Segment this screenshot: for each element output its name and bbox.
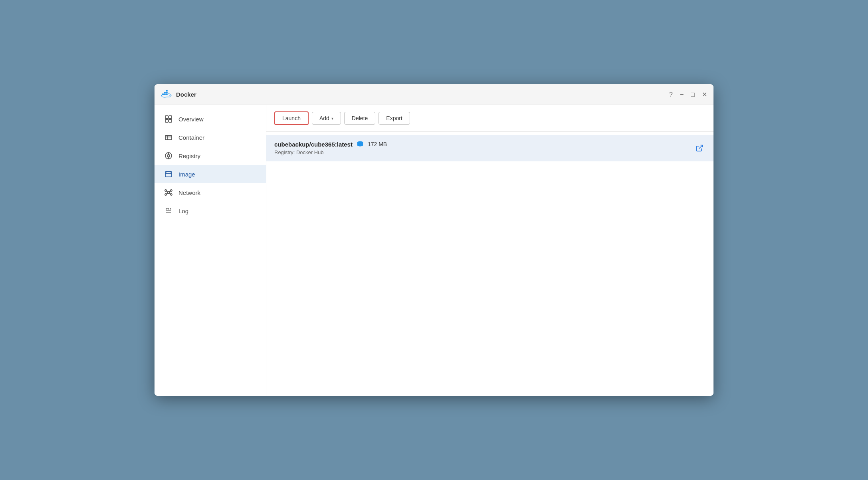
svg-rect-2 bbox=[166, 93, 168, 95]
sidebar-item-network-label: Network bbox=[178, 189, 200, 196]
titlebar: Docker ? − □ ✕ bbox=[155, 84, 713, 105]
sidebar-item-overview[interactable]: Overview bbox=[155, 110, 266, 128]
svg-point-23 bbox=[165, 190, 166, 191]
svg-rect-1 bbox=[164, 93, 166, 95]
svg-rect-7 bbox=[165, 116, 168, 119]
chevron-down-icon: ▾ bbox=[331, 116, 333, 121]
image-registry: Registry: Docker Hub bbox=[274, 149, 694, 155]
app-title: Docker bbox=[176, 91, 669, 98]
image-item-name: cubebackup/cube365:latest 172 MB bbox=[274, 141, 694, 148]
sidebar-item-container[interactable]: Container bbox=[155, 128, 266, 147]
svg-rect-8 bbox=[169, 116, 172, 119]
export-button[interactable]: Export bbox=[379, 112, 410, 125]
sidebar-item-registry-label: Registry bbox=[178, 153, 200, 159]
svg-point-36 bbox=[170, 208, 171, 210]
image-item[interactable]: cubebackup/cube365:latest 172 MB Registr bbox=[266, 135, 713, 161]
svg-point-15 bbox=[167, 155, 170, 157]
sidebar-item-image-label: Image bbox=[178, 171, 195, 178]
minimize-button[interactable]: − bbox=[680, 91, 684, 98]
delete-button[interactable]: Delete bbox=[344, 112, 375, 125]
sidebar: Overview Container bbox=[155, 105, 266, 396]
svg-line-27 bbox=[166, 191, 167, 192]
image-name-text: cubebackup/cube365:latest bbox=[274, 141, 353, 148]
add-button[interactable]: Add ▾ bbox=[312, 112, 341, 125]
svg-rect-5 bbox=[166, 90, 168, 91]
svg-rect-3 bbox=[164, 92, 166, 93]
docker-logo bbox=[161, 89, 172, 100]
open-link-button[interactable] bbox=[694, 142, 705, 154]
window-controls: ? − □ ✕ bbox=[669, 91, 707, 98]
network-icon bbox=[164, 188, 173, 197]
svg-line-28 bbox=[170, 191, 170, 192]
svg-line-30 bbox=[170, 193, 170, 194]
sidebar-item-container-label: Container bbox=[178, 134, 204, 141]
close-button[interactable]: ✕ bbox=[702, 91, 707, 98]
maximize-button[interactable]: □ bbox=[691, 91, 695, 98]
image-size: 172 MB bbox=[368, 141, 387, 147]
svg-rect-9 bbox=[165, 119, 168, 122]
main-layout: Overview Container bbox=[155, 105, 713, 396]
image-item-info: cubebackup/cube365:latest 172 MB Registr bbox=[274, 141, 694, 155]
sidebar-item-image[interactable]: Image bbox=[155, 165, 266, 183]
add-button-label: Add bbox=[319, 115, 329, 121]
svg-rect-18 bbox=[165, 172, 172, 177]
svg-point-25 bbox=[165, 194, 166, 195]
launch-button[interactable]: Launch bbox=[274, 111, 309, 125]
sidebar-item-network[interactable]: Network bbox=[155, 183, 266, 202]
image-list: cubebackup/cube365:latest 172 MB Registr bbox=[266, 132, 713, 396]
overview-icon bbox=[164, 115, 173, 123]
svg-line-38 bbox=[699, 145, 702, 149]
svg-rect-4 bbox=[166, 92, 168, 93]
sidebar-item-overview-label: Overview bbox=[178, 116, 204, 123]
docker-window: Docker ? − □ ✕ Overview bbox=[155, 84, 713, 396]
svg-point-22 bbox=[167, 191, 170, 194]
image-icon bbox=[164, 170, 173, 179]
container-icon bbox=[164, 133, 173, 142]
log-icon bbox=[164, 206, 173, 215]
svg-rect-11 bbox=[165, 135, 172, 140]
svg-point-6 bbox=[169, 95, 170, 96]
sidebar-item-registry[interactable]: Registry bbox=[155, 147, 266, 165]
sidebar-item-log[interactable]: Log bbox=[155, 202, 266, 220]
sidebar-item-log-label: Log bbox=[178, 208, 188, 214]
database-icon bbox=[357, 141, 364, 148]
svg-point-24 bbox=[170, 190, 172, 191]
help-button[interactable]: ? bbox=[669, 91, 673, 98]
content-area: Launch Add ▾ Delete Export cubebackup/cu… bbox=[266, 105, 713, 396]
svg-rect-0 bbox=[162, 93, 164, 95]
registry-icon bbox=[164, 151, 173, 160]
svg-line-29 bbox=[166, 193, 167, 194]
svg-point-26 bbox=[170, 194, 172, 195]
svg-point-35 bbox=[168, 208, 169, 210]
toolbar: Launch Add ▾ Delete Export bbox=[266, 105, 713, 132]
svg-point-34 bbox=[166, 208, 167, 210]
svg-rect-10 bbox=[169, 119, 172, 122]
